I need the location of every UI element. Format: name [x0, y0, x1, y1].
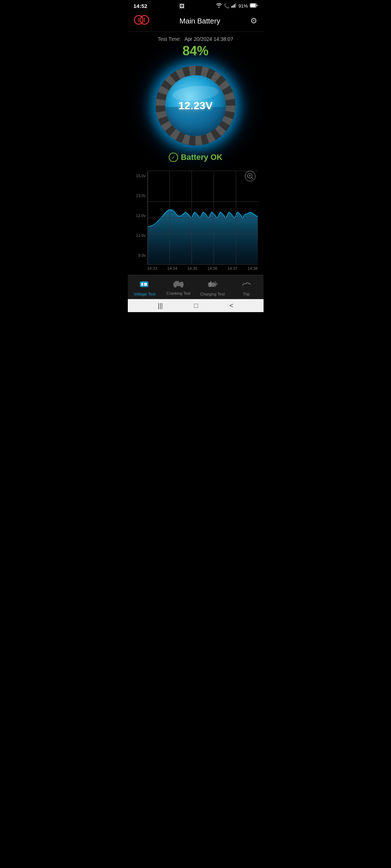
x-label-1: 14:33: [147, 266, 157, 271]
nav-label-trip: Trip: [243, 292, 250, 296]
menu-button[interactable]: |||: [158, 302, 163, 310]
wifi-icon: [216, 3, 222, 9]
grid-v-4: [214, 171, 214, 264]
y-label-3: 12.0v: [134, 213, 146, 218]
y-label-1: 9.0v: [134, 253, 146, 258]
grid-v-3: [192, 171, 192, 264]
svg-rect-2: [234, 4, 235, 8]
x-axis-labels: 14:33 14:34 14:35 14:36 14:37 14:38: [134, 265, 258, 271]
chart-area: [147, 171, 258, 265]
nav-label-charging: Charging Test: [200, 292, 225, 296]
x-label-5: 14:37: [227, 266, 237, 271]
y-label-4: 13.0v: [134, 193, 146, 198]
system-bar: ||| □ <: [128, 299, 264, 312]
voltage-display: 12.23V: [178, 99, 213, 112]
call-icon: 📞: [224, 3, 230, 9]
battery-status: ✓ Battery OK: [134, 153, 258, 162]
svg-point-25: [181, 286, 182, 287]
grid-h-4: [148, 234, 258, 234]
x-label-3: 14:35: [187, 266, 197, 271]
x-label-6: 14:38: [248, 266, 258, 271]
nav-item-voltage[interactable]: Voltage Test: [128, 278, 162, 298]
nav-label-cranking: Cranking Test: [167, 291, 191, 295]
y-axis: 15.0v 13.0v 12.0v 11.0v 9.0v: [134, 171, 147, 265]
grid-h-1: [148, 171, 258, 171]
grid-h-2: [148, 201, 258, 202]
svg-rect-23: [175, 281, 179, 283]
nav-label-voltage: Voltage Test: [134, 292, 156, 296]
zoom-button[interactable]: [245, 171, 256, 182]
svg-rect-0: [231, 6, 232, 8]
svg-rect-16: [141, 283, 143, 286]
test-time-label: Test Time:: [158, 36, 181, 42]
grid-h-3: [148, 218, 258, 218]
signal-icon: [231, 3, 236, 9]
page-title: Main Battery: [180, 17, 220, 25]
chart-wrapper: 15.0v 13.0v 12.0v 11.0v 9.0v: [134, 171, 258, 265]
bottom-nav: Voltage Test Cranking Test: [128, 275, 264, 299]
battery-inner: 12.23V: [165, 75, 226, 136]
settings-button[interactable]: ⚙: [250, 16, 257, 26]
grid-v-1: [148, 171, 148, 264]
home-button[interactable]: □: [194, 302, 198, 310]
nav-item-charging[interactable]: Charging Test: [196, 278, 230, 298]
charging-icon: [207, 280, 218, 290]
svg-rect-17: [144, 283, 147, 286]
svg-rect-5: [250, 4, 256, 7]
nav-item-cranking[interactable]: Cranking Test: [161, 278, 196, 298]
status-icons: 📞 91%: [216, 3, 257, 9]
svg-line-11: [252, 178, 253, 179]
battery-health-percent: 84%: [134, 43, 258, 59]
battery-icon: [250, 3, 258, 9]
status-photo-icon: 🖼: [179, 3, 184, 9]
battery-ring: 12.23V: [156, 66, 235, 145]
svg-rect-26: [181, 282, 183, 283]
x-label-4: 14:36: [207, 266, 218, 271]
svg-rect-1: [233, 5, 234, 8]
y-label-5: 15.0v: [134, 174, 146, 178]
status-check-icon: ✓: [169, 153, 178, 162]
brand-logo: [134, 15, 150, 27]
status-time: 14:52: [134, 3, 147, 9]
cranking-icon: [173, 280, 184, 290]
voltage-icon: [139, 280, 150, 290]
x-label-2: 14:34: [167, 266, 177, 271]
grid-v-5: [236, 171, 236, 264]
svg-point-24: [175, 286, 176, 287]
nav-item-trip[interactable]: Trip: [230, 278, 264, 298]
test-datetime: Apr 20/2024 14:38:07: [185, 36, 234, 42]
battery-percent: 91%: [238, 3, 248, 9]
test-time-row: Test Time: Apr 20/2024 14:38:07: [134, 36, 258, 42]
battery-circle: 12.23V: [156, 66, 235, 145]
y-label-2: 11.0v: [134, 233, 146, 238]
battery-status-label: Battery OK: [181, 153, 223, 162]
status-bar: 14:52 🖼 📞 91%: [128, 0, 264, 11]
back-button[interactable]: <: [230, 302, 234, 310]
grid-h-5: [148, 264, 258, 265]
trip-icon: [241, 280, 252, 290]
main-content: Test Time: Apr 20/2024 14:38:07 84% 12.2…: [128, 32, 264, 275]
svg-rect-3: [235, 3, 236, 8]
top-nav: Main Battery ⚙: [128, 11, 264, 32]
grid-v-2: [169, 171, 170, 264]
chart-container: 15.0v 13.0v 12.0v 11.0v 9.0v: [132, 169, 259, 271]
